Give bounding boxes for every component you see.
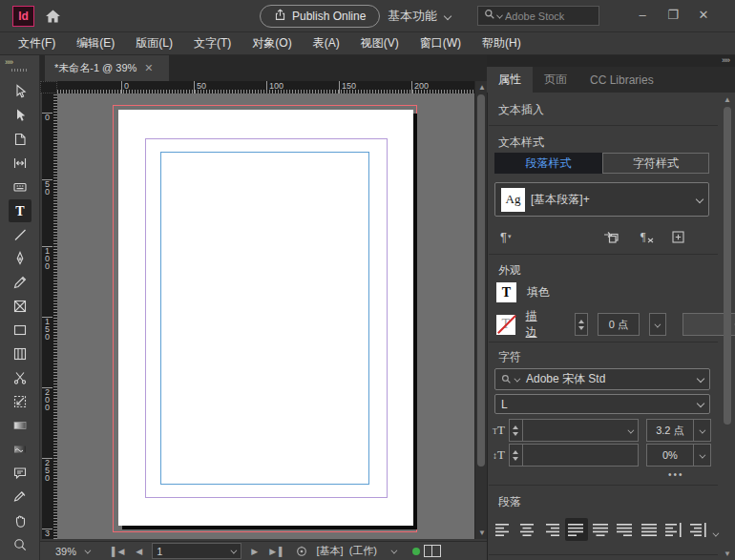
preflight-profile[interactable]: [基本] [317, 544, 344, 558]
align-toward-spine-button[interactable] [662, 518, 685, 541]
type-tool[interactable]: T [9, 199, 32, 222]
tab-character-styles[interactable]: 字符样式 [602, 153, 709, 174]
character-more-options[interactable]: ••• [668, 469, 684, 480]
scale-value[interactable]: 0% [646, 444, 694, 467]
redefine-style-icon[interactable] [603, 230, 619, 243]
panel-scrollbar[interactable]: ▲ ▼ [722, 95, 733, 560]
leading-value[interactable]: 3.2 点 [646, 419, 694, 442]
scale-stepper[interactable] [509, 444, 523, 467]
align-right-button[interactable] [540, 518, 563, 541]
close-button[interactable]: ✕ [691, 2, 716, 27]
menu-item-0[interactable]: 文件(F) [8, 35, 66, 52]
pen-tool[interactable] [9, 247, 32, 270]
tab-properties[interactable]: 属性 [487, 67, 533, 93]
line-tool[interactable] [9, 223, 32, 246]
align-left-button[interactable] [492, 518, 514, 541]
previous-page-button[interactable]: ◀ [136, 547, 142, 556]
workspace-profile[interactable]: (工作) [349, 544, 377, 558]
menu-item-6[interactable]: 视图(V) [350, 35, 410, 52]
alignment-more-chevron-icon[interactable] [713, 531, 719, 537]
stroke-weight-chevron[interactable] [649, 313, 667, 336]
vertical-ruler[interactable]: 0501001502002503 [42, 93, 57, 539]
zoom-level[interactable]: 39% [55, 546, 76, 557]
gradient-feather-tool[interactable] [9, 438, 32, 461]
scale-dropdown[interactable] [522, 444, 639, 467]
font-family-dropdown[interactable]: Adobe 宋体 Std [494, 368, 710, 390]
workspace-switcher[interactable]: 基本功能 [388, 5, 451, 28]
menu-item-1[interactable]: 编辑(E) [66, 35, 125, 52]
free-transform-tool[interactable] [9, 390, 32, 413]
preview-mode-icon[interactable] [424, 545, 441, 557]
panel-collapse-icon[interactable]: »» [487, 55, 735, 67]
next-page-button[interactable]: ▶ [251, 547, 258, 556]
scroll-up-icon[interactable]: ▲ [478, 83, 486, 92]
rectangle-frame-tool[interactable] [9, 295, 32, 318]
selection-tool[interactable] [9, 80, 32, 103]
horizontal-ruler[interactable]: 050100150200 [57, 81, 474, 93]
align-center-button[interactable] [516, 518, 539, 541]
create-style-icon[interactable] [672, 231, 684, 243]
note-tool[interactable] [9, 462, 32, 485]
search-input[interactable] [503, 10, 593, 23]
direct-selection-tool[interactable] [9, 104, 32, 127]
font-size-dropdown[interactable] [522, 419, 639, 442]
page-number-combo[interactable]: 1 [152, 543, 242, 559]
page-tool[interactable] [9, 128, 32, 151]
pencil-tool[interactable] [9, 271, 32, 294]
fill-swatch[interactable]: T [496, 282, 516, 302]
ruler-origin-corner[interactable] [40, 81, 57, 93]
grid-tool[interactable] [9, 342, 32, 365]
stroke-weight-stepper[interactable] [575, 313, 588, 336]
adobe-stock-search[interactable] [477, 6, 599, 26]
leading-chevron[interactable] [693, 419, 711, 442]
paragraph-style-dropdown[interactable]: Ag [基本段落]+ [494, 182, 709, 217]
font-size-stepper[interactable] [509, 419, 523, 442]
first-page-button[interactable]: ▌◀ [112, 547, 124, 556]
rectangle-tool[interactable] [9, 319, 32, 342]
tools-collapse-icon[interactable]: »» [0, 55, 39, 67]
tools-grip[interactable] [11, 69, 29, 72]
justify-last-right-button[interactable] [614, 518, 637, 541]
zoom-tool[interactable] [9, 533, 32, 556]
panel-scroll-down-icon[interactable]: ▼ [724, 550, 731, 558]
tab-cc-libraries[interactable]: CC Libraries [578, 67, 665, 93]
menu-item-8[interactable]: 帮助(H) [472, 35, 532, 52]
justify-all-button[interactable] [638, 518, 661, 541]
eyedropper-tool[interactable] [9, 486, 32, 508]
menu-item-7[interactable]: 窗口(W) [410, 35, 472, 52]
canvas-scrollbar[interactable]: ▲ ▼ [474, 81, 487, 539]
maximize-button[interactable]: ❐ [661, 2, 685, 27]
panel-scrollbar-thumb[interactable] [724, 107, 731, 425]
menu-item-4[interactable]: 对象(O) [242, 35, 302, 52]
menu-item-5[interactable]: 表(A) [303, 35, 350, 52]
gap-tool[interactable] [9, 152, 32, 175]
text-frame[interactable] [160, 152, 369, 485]
close-tab-icon[interactable]: ✕ [144, 62, 153, 74]
scrollbar-thumb[interactable] [477, 94, 485, 467]
hand-tool[interactable] [9, 509, 32, 532]
paragraph-mark-icon[interactable]: ¶ [500, 230, 507, 244]
document-tab[interactable]: *未命名-1 @ 39% ✕ [45, 55, 169, 81]
home-icon[interactable] [44, 8, 62, 28]
tab-paragraph-styles[interactable]: 段落样式 [494, 153, 602, 174]
clear-overrides-icon[interactable]: ¶ [640, 230, 655, 243]
preflight-chevron-icon[interactable] [391, 549, 397, 554]
menu-item-3[interactable]: 文字(T) [183, 35, 242, 52]
justify-last-center-button[interactable] [589, 518, 612, 541]
tab-pages[interactable]: 页面 [533, 67, 578, 93]
content-collector-tool[interactable] [9, 176, 32, 198]
zoom-chevron-icon[interactable] [85, 549, 91, 554]
stroke-weight-value[interactable]: 0 点 [598, 313, 640, 336]
stroke-swatch[interactable]: T [496, 315, 515, 335]
menu-item-2[interactable]: 版面(L) [125, 35, 183, 52]
preflight-icon[interactable] [296, 546, 307, 557]
justify-last-left-button[interactable] [565, 518, 588, 541]
font-style-dropdown[interactable]: L [494, 394, 710, 414]
minimize-button[interactable]: – [630, 2, 655, 27]
scissors-tool[interactable] [9, 366, 32, 389]
panel-scroll-up-icon[interactable]: ▲ [724, 95, 731, 104]
align-away-spine-button[interactable] [686, 518, 709, 541]
last-page-button[interactable]: ▶▐ [269, 547, 282, 556]
scale-chevron[interactable] [693, 444, 711, 467]
publish-online-button[interactable]: Publish Online [260, 5, 380, 28]
